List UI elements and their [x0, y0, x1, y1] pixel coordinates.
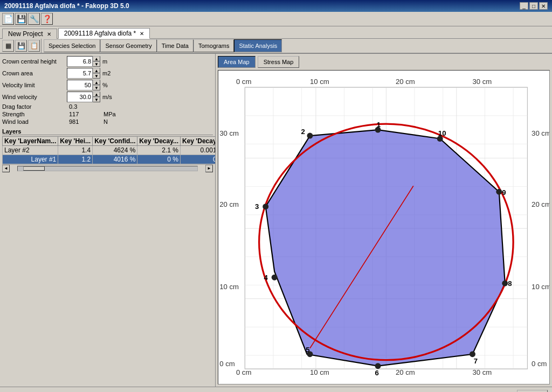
- wind-velocity-spinner[interactable]: ▲ ▼: [67, 92, 100, 102]
- main-content: Crown central height ▲ ▼ m Crown area ▲ …: [0, 54, 552, 387]
- close-tab-new-project[interactable]: ✕: [47, 31, 51, 37]
- wind-velocity-unit: m/s: [102, 94, 112, 100]
- col-decay1: Key 'Decay...: [137, 137, 181, 146]
- new-file-button[interactable]: 📄: [2, 13, 14, 25]
- velocity-limit-spinner[interactable]: ▲ ▼: [67, 80, 100, 90]
- crown-area-label: Crown area: [2, 70, 67, 76]
- close-tab-agfalva[interactable]: ✕: [140, 31, 144, 37]
- settings-button[interactable]: 🔧: [28, 13, 40, 25]
- sensor-3: [263, 204, 268, 209]
- chart-svg: 0 cm 10 cm 20 cm 30 cm 0 cm 10 cm 20 cm …: [218, 71, 549, 384]
- wind-velocity-up[interactable]: ▲: [93, 92, 100, 97]
- sensor-label-3: 3: [255, 202, 259, 211]
- nav-save-icon[interactable]: 💾: [15, 40, 27, 52]
- col-layer-name: Key 'LayerNam...: [3, 137, 58, 146]
- layer2-confidence: 4624 %: [93, 146, 137, 155]
- y-label-left-2: 20 cm: [219, 200, 239, 208]
- velocity-limit-up[interactable]: ▲: [93, 80, 100, 85]
- x-label-top-0: 0 cm: [236, 78, 252, 86]
- crown-central-height-up[interactable]: ▲: [93, 56, 100, 61]
- layer2-name: Layer #2: [3, 146, 58, 155]
- chart-buttons: Area Map Stress Map: [218, 56, 550, 68]
- nav-doc-icon[interactable]: 📋: [28, 40, 40, 52]
- scroll-track[interactable]: [17, 166, 198, 171]
- scroll-right-arrow[interactable]: ►: [205, 165, 213, 172]
- layers-header: Layers: [2, 128, 213, 135]
- nav-icon-group: ▦ 💾 📋: [1, 39, 42, 53]
- sensor-label-9: 9: [502, 188, 506, 197]
- layers-table: Key 'LayerNam... Key 'Hei... Key 'Confid…: [2, 136, 216, 164]
- layer-row-2[interactable]: Layer #2 1.4 4624 % 2.1 % 0.001: [3, 146, 216, 155]
- close-button[interactable]: ✕: [539, 2, 548, 10]
- sensor-label-5: 5: [306, 346, 309, 354]
- crown-central-height-down[interactable]: ▼: [93, 61, 100, 67]
- area-map-button[interactable]: Area Map: [218, 56, 256, 68]
- col-height: Key 'Hei...: [58, 137, 93, 146]
- y-label-left-3: 30 cm: [219, 129, 239, 137]
- sensor-9: [496, 189, 502, 195]
- velocity-limit-row: Velocity limit ▲ ▼ %: [2, 80, 213, 90]
- wind-velocity-input[interactable]: [67, 92, 93, 102]
- sensor-label-6: 6: [375, 369, 379, 377]
- help-button[interactable]: ❓: [41, 13, 53, 25]
- velocity-limit-label: Velocity limit: [2, 82, 67, 88]
- nav-species-selection[interactable]: Species Selection: [44, 39, 100, 52]
- sensor-label-2: 2: [301, 128, 305, 136]
- nav-time-data[interactable]: Time Data: [157, 39, 194, 52]
- crown-area-spinner[interactable]: ▲ ▼: [67, 68, 100, 79]
- y-label-right-0: 0 cm: [532, 360, 547, 368]
- x-label-bot-1: 10 cm: [310, 368, 329, 376]
- left-panel: Crown central height ▲ ▼ m Crown area ▲ …: [0, 54, 216, 387]
- layer1-decay2: 0: [181, 155, 216, 164]
- x-label-bot-2: 20 cm: [396, 368, 415, 376]
- sensor-label-7: 7: [474, 357, 478, 365]
- layer2-decay2: 0.001: [181, 146, 216, 155]
- velocity-limit-down[interactable]: ▼: [93, 85, 100, 90]
- crown-area-input[interactable]: [67, 68, 93, 79]
- crown-central-height-spinner[interactable]: ▲ ▼: [67, 56, 100, 67]
- minimize-button[interactable]: _: [520, 2, 528, 10]
- nav-sensor-geometry[interactable]: Sensor Geometry: [100, 39, 156, 52]
- layer1-height: 1.2: [58, 155, 93, 164]
- strength-unit: MPa: [104, 111, 116, 117]
- tab-agfalva[interactable]: 20091118 Agfalva diofa * ✕: [58, 28, 150, 39]
- update-button[interactable]: Update: [517, 390, 548, 393]
- layer2-decay1: 2.1 %: [137, 146, 181, 155]
- chart-area: 0 cm 10 cm 20 cm 30 cm 0 cm 10 cm 20 cm …: [218, 70, 550, 384]
- crown-central-height-input[interactable]: [67, 56, 93, 67]
- velocity-limit-input[interactable]: [67, 80, 93, 90]
- layer-row-1[interactable]: Layer #1 1.2 4016 % 0 % 0: [3, 155, 216, 164]
- stress-map-button[interactable]: Stress Map: [258, 56, 300, 68]
- col-decay2: Key 'Decay: [181, 137, 216, 146]
- velocity-limit-unit: %: [102, 82, 108, 88]
- sensor-label-4: 4: [264, 274, 268, 282]
- y-label-right-1: 10 cm: [532, 283, 549, 291]
- sensor-label-10: 10: [438, 129, 446, 137]
- y-label-left-0: 0 cm: [219, 360, 235, 368]
- crown-area-down[interactable]: ▼: [93, 73, 100, 79]
- horizontal-scrollbar[interactable]: ◄ ►: [2, 164, 213, 172]
- title-bar: 20091118 Agfalva diofa * - Fakopp 3D 5.0…: [0, 0, 552, 12]
- scroll-left-arrow[interactable]: ◄: [2, 165, 10, 172]
- tabs-row: New Project ✕ 20091118 Agfalva diofa * ✕: [0, 26, 552, 39]
- x-label-top-1: 10 cm: [310, 78, 329, 86]
- window-controls[interactable]: _ □ ✕: [520, 2, 548, 10]
- col-confidence: Key 'Confid...: [93, 137, 137, 146]
- nav-bar: ▦ 💾 📋 Species Selection Sensor Geometry …: [0, 39, 552, 54]
- wind-load-row: Wind load 981 N: [2, 118, 213, 125]
- maximize-button[interactable]: □: [529, 2, 538, 10]
- wind-load-unit: N: [104, 118, 108, 125]
- sensor-4: [272, 275, 278, 281]
- tab-new-project[interactable]: New Project ✕: [2, 29, 57, 39]
- layer1-confidence: 4016 %: [93, 155, 137, 164]
- crown-area-row: Crown area ▲ ▼ m2: [2, 68, 213, 79]
- crown-area-up[interactable]: ▲: [93, 68, 100, 73]
- nav-grid-icon[interactable]: ▦: [2, 40, 14, 52]
- wind-velocity-down[interactable]: ▼: [93, 97, 100, 102]
- nav-static-analysis[interactable]: Static Analysis: [234, 39, 282, 52]
- wind-load-value: 981: [69, 118, 101, 125]
- layer2-height: 1.4: [58, 146, 93, 155]
- nav-tomograms[interactable]: Tomograms: [194, 39, 234, 52]
- save-button[interactable]: 💾: [15, 13, 27, 25]
- scroll-thumb[interactable]: [23, 166, 45, 171]
